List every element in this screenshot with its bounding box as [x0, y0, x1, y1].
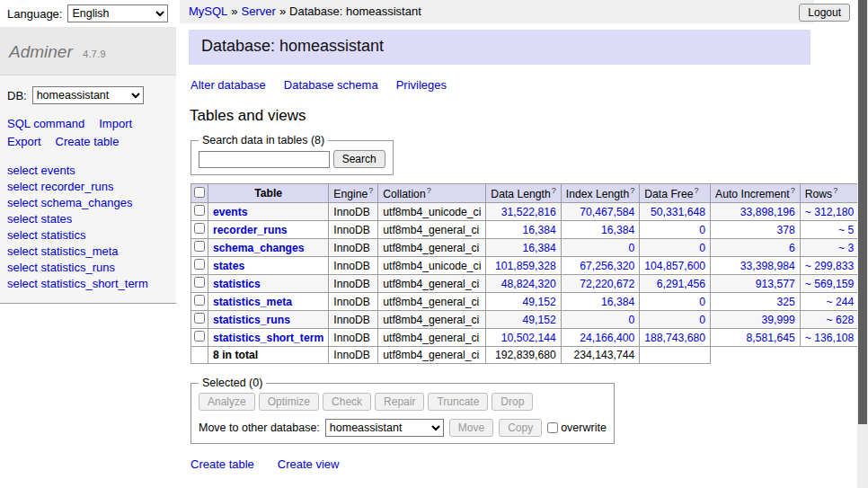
sidebar-link-select-events[interactable]: select events: [7, 163, 169, 179]
scrollbar[interactable]: [857, 0, 868, 488]
rows-link-events[interactable]: ~ 312,180: [805, 206, 855, 218]
db-selector-row: DB: homeassistant: [0, 75, 176, 113]
scrollbar-thumb[interactable]: [858, 0, 867, 424]
row-checkbox-states[interactable]: [194, 259, 205, 270]
rows-link-statistics-meta[interactable]: ~ 244: [826, 296, 854, 308]
rows-cell: ~ 569,159: [800, 275, 859, 293]
data-length-cell: 49,152: [486, 311, 561, 329]
sidebar-link-select-statistics-short-term[interactable]: select statistics_short_term: [7, 276, 169, 292]
drop-button[interactable]: Drop: [492, 393, 533, 411]
help-mark: ?: [791, 186, 795, 195]
table-link-events[interactable]: events: [213, 206, 248, 218]
sidebar-link-select-states[interactable]: select states: [7, 211, 169, 227]
table-row-statistics-meta: statistics_metaInnoDButf8mb4_general_ci4…: [191, 293, 868, 311]
row-checkbox-statistics-meta[interactable]: [194, 295, 205, 306]
rows-link-states[interactable]: ~ 299,833: [805, 260, 855, 272]
analyze-button[interactable]: Analyze: [199, 393, 255, 411]
rows-link-statistics-short-term[interactable]: ~ 136,108: [805, 332, 855, 344]
rows-link-statistics-runs[interactable]: ~ 628: [826, 314, 854, 326]
rows-cell: ~ 5: [800, 221, 859, 239]
table-link-statistics-short-term[interactable]: statistics_short_term: [213, 332, 323, 344]
optimize-button[interactable]: Optimize: [259, 393, 319, 411]
db-nav-links: Alter databaseDatabase schemaPrivileges: [190, 78, 810, 92]
search-button[interactable]: Search: [333, 150, 385, 168]
search-fieldset: Search data in tables (8) Search: [190, 134, 394, 175]
move-database-select[interactable]: homeassistant: [325, 419, 444, 437]
rows-cell: ~ 299,833: [800, 257, 859, 275]
overwrite-checkbox[interactable]: [547, 422, 558, 433]
rows-cell: ~ 136,108: [800, 329, 859, 347]
table-link-statistics-meta[interactable]: statistics_meta: [213, 296, 292, 308]
app-name: Adminer: [9, 42, 73, 61]
row-select-cell: [191, 257, 208, 275]
column-header-data-length: Data Length?: [486, 184, 561, 203]
sidebar-link-select-statistics-meta[interactable]: select statistics_meta: [7, 244, 169, 260]
engine-cell: InnoDB: [329, 293, 378, 311]
breadcrumb-link-server[interactable]: Server: [242, 4, 276, 18]
repair-button[interactable]: Repair: [375, 393, 424, 411]
table-link-schema-changes[interactable]: schema_changes: [213, 242, 305, 254]
select-all-checkbox[interactable]: [194, 187, 205, 198]
table-link-statistics-runs[interactable]: statistics_runs: [213, 314, 290, 326]
data-free-cell: 188,743,680: [640, 329, 711, 347]
column-header-table: Table: [208, 184, 329, 203]
column-header-engine: Engine?: [329, 184, 378, 203]
table-name-cell: states: [208, 257, 329, 275]
sidebar-link-create-table[interactable]: Create table: [56, 135, 120, 148]
table-name-cell: schema_changes: [208, 239, 329, 257]
row-checkbox-statistics-short-term[interactable]: [194, 331, 205, 342]
sidebar-actions-row: ExportCreate table: [7, 133, 169, 151]
column-header-rows: Rows?: [800, 184, 859, 203]
sidebar-table-links: select eventsselect recorder_runsselect …: [0, 150, 176, 292]
link-create-view[interactable]: Create view: [278, 457, 340, 471]
logout-button[interactable]: Logout: [799, 4, 850, 22]
breadcrumb-link-mysql[interactable]: MySQL: [189, 4, 227, 18]
row-checkbox-schema-changes[interactable]: [194, 241, 205, 252]
collation-cell: utf8mb4_general_ci: [378, 221, 486, 239]
rows-link-statistics[interactable]: ~ 569,159: [805, 278, 855, 290]
table-name-cell: statistics_short_term: [208, 329, 329, 347]
row-checkbox-statistics[interactable]: [194, 277, 205, 288]
nav-link-alter-database[interactable]: Alter database: [190, 78, 266, 92]
auto-increment-cell: 33,398,984: [711, 257, 801, 275]
sidebar-link-select-recorder-runs[interactable]: select recorder_runs: [7, 179, 169, 195]
sidebar-link-select-statistics[interactable]: select statistics: [7, 227, 169, 244]
sidebar-link-select-statistics-runs[interactable]: select statistics_runs: [7, 260, 169, 276]
table-link-statistics[interactable]: statistics: [213, 278, 261, 290]
collation-cell: utf8mb4_general_ci: [378, 311, 486, 329]
truncate-button[interactable]: Truncate: [428, 393, 488, 411]
column-header-index-length: Index Length?: [561, 184, 640, 203]
sidebar-link-select-schema-changes[interactable]: select schema_changes: [7, 195, 169, 211]
table-link-states[interactable]: states: [213, 260, 244, 272]
db-label: DB:: [7, 89, 27, 102]
nav-link-privileges[interactable]: Privileges: [396, 78, 447, 92]
search-input[interactable]: [199, 151, 330, 168]
selected-legend: Selected (0): [199, 377, 266, 389]
link-create-table[interactable]: Create table: [190, 457, 254, 471]
language-select[interactable]: English: [67, 4, 168, 22]
collation-cell: utf8mb4_general_ci: [378, 293, 486, 311]
engine-cell: InnoDB: [329, 329, 378, 347]
table-link-recorder-runs[interactable]: recorder_runs: [213, 224, 288, 236]
check-button[interactable]: Check: [323, 393, 371, 411]
row-select-cell: [191, 275, 208, 293]
data-free-cell: 0: [640, 239, 711, 257]
sidebar-link-export[interactable]: Export: [7, 135, 41, 148]
rows-link-schema-changes[interactable]: ~ 3: [838, 242, 854, 254]
row-checkbox-events[interactable]: [194, 205, 205, 216]
db-select[interactable]: homeassistant: [32, 86, 144, 104]
help-mark: ?: [368, 186, 373, 195]
auto-increment-cell: 913,577: [711, 275, 801, 293]
selected-fieldset: Selected (0) AnalyzeOptimizeCheckRepairT…: [190, 377, 615, 444]
row-checkbox-statistics-runs[interactable]: [194, 313, 205, 324]
sidebar-link-import[interactable]: Import: [99, 117, 132, 130]
nav-link-database-schema[interactable]: Database schema: [284, 78, 378, 92]
copy-button[interactable]: Copy: [499, 419, 542, 437]
sidebar-link-sql-command[interactable]: SQL command: [7, 117, 84, 130]
rows-link-recorder-runs[interactable]: ~ 5: [838, 224, 854, 236]
move-button[interactable]: Move: [449, 419, 493, 437]
row-select-cell: [191, 203, 208, 221]
help-mark: ?: [833, 186, 837, 195]
row-checkbox-recorder-runs[interactable]: [194, 223, 205, 234]
collation-cell: utf8mb4_unicode_ci: [378, 257, 486, 275]
